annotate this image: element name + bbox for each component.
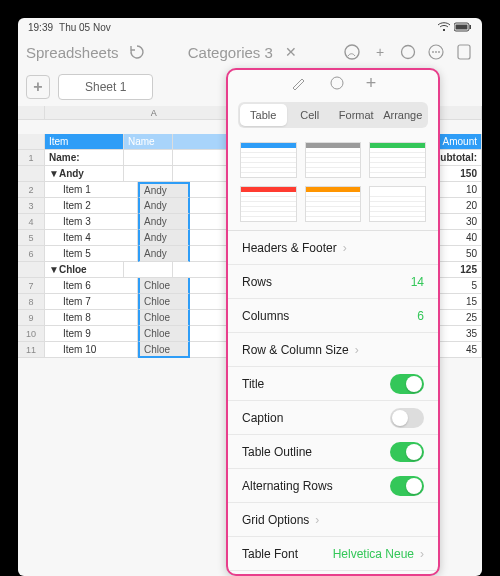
add-sheet-button[interactable]: + [26, 75, 50, 99]
svg-point-10 [331, 77, 343, 89]
row-table-font[interactable]: Table FontHelvetica Neue› [228, 537, 438, 571]
row-headers-footer[interactable]: Headers & Footer› [228, 231, 438, 265]
seg-cell[interactable]: Cell [287, 104, 334, 126]
row-table-outline: Table Outline [228, 435, 438, 469]
format-tabs: Table Cell Format Arrange [238, 102, 428, 128]
tools-icon[interactable]: ✕ [281, 42, 301, 62]
chevron-right-icon: › [420, 547, 424, 561]
sheet-tab[interactable]: Sheet 1 [58, 74, 153, 100]
brush-icon[interactable] [342, 42, 362, 62]
row-rows[interactable]: Rows14 [228, 265, 438, 299]
app-toolbar: Spreadsheets Categories 3 ✕ + [18, 36, 482, 68]
title-toggle[interactable] [390, 374, 424, 394]
svg-rect-9 [458, 45, 470, 59]
format-panel: + Table Cell Format Arrange Headers & Fo… [226, 68, 440, 576]
note-icon[interactable] [454, 42, 474, 62]
seg-format[interactable]: Format [333, 104, 380, 126]
plus-icon[interactable]: + [370, 42, 390, 62]
row-columns[interactable]: Columns6 [228, 299, 438, 333]
table-style[interactable] [240, 142, 297, 178]
brush-icon[interactable] [290, 74, 308, 92]
svg-point-6 [432, 51, 434, 53]
wifi-icon [438, 22, 450, 32]
row-number[interactable]: 1 [18, 150, 45, 166]
row-table-font-size: Table Font Size−+ [228, 571, 438, 576]
seg-arrange[interactable]: Arrange [380, 104, 427, 126]
table-style[interactable] [240, 186, 297, 222]
table-style[interactable] [369, 142, 426, 178]
battery-icon [454, 22, 472, 32]
status-date: Thu 05 Nov [59, 22, 111, 33]
row-grid-options[interactable]: Grid Options› [228, 503, 438, 537]
svg-point-3 [345, 45, 359, 59]
row-row-column-size[interactable]: Row & Column Size› [228, 333, 438, 367]
chevron-right-icon: › [343, 241, 347, 255]
row-title: Title [228, 367, 438, 401]
undo-icon[interactable] [127, 42, 147, 62]
svg-point-4 [402, 46, 415, 59]
status-time: 19:39 [28, 22, 53, 33]
status-bar: 19:39 Thu 05 Nov [18, 18, 482, 36]
table-style[interactable] [305, 186, 362, 222]
back-label[interactable]: Spreadsheets [26, 44, 119, 61]
svg-point-7 [435, 51, 437, 53]
svg-rect-1 [456, 25, 468, 30]
outline-toggle[interactable] [390, 442, 424, 462]
chevron-right-icon: › [315, 513, 319, 527]
group-toggle[interactable]: ▼ Chloe [45, 262, 124, 278]
alt-rows-toggle[interactable] [390, 476, 424, 496]
svg-rect-2 [470, 25, 472, 29]
row-caption: Caption [228, 401, 438, 435]
table-style[interactable] [305, 142, 362, 178]
seg-table[interactable]: Table [240, 104, 287, 126]
sheet-tab-label: Sheet 1 [85, 80, 126, 94]
table-style[interactable] [369, 186, 426, 222]
table-styles [228, 134, 438, 230]
table-header[interactable]: Item [45, 134, 124, 150]
brush2-icon[interactable] [328, 74, 346, 92]
share-icon[interactable] [398, 42, 418, 62]
caption-toggle[interactable] [390, 408, 424, 428]
chevron-right-icon: › [355, 343, 359, 357]
row-alternating: Alternating Rows [228, 469, 438, 503]
more-icon[interactable] [426, 42, 446, 62]
doc-title[interactable]: Categories 3 [188, 44, 273, 61]
plus-icon[interactable]: + [366, 73, 377, 94]
svg-point-8 [438, 51, 440, 53]
cell[interactable]: Name: [45, 150, 124, 166]
group-toggle[interactable]: ▼ Andy [45, 166, 124, 182]
table-header[interactable]: Name [124, 134, 173, 150]
